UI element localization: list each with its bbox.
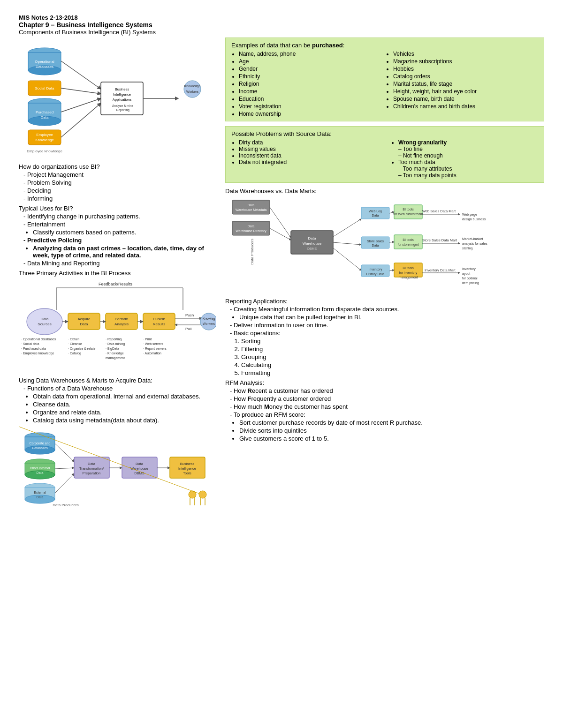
bi-use-item-1: Project Management	[23, 171, 216, 178]
svg-text:· BigData: · BigData	[106, 347, 119, 351]
svg-text:DBMS: DBMS	[134, 471, 145, 475]
dw-fn-4: Catalog data using metadata(data about d…	[33, 417, 216, 424]
svg-text:BI tools: BI tools	[403, 208, 414, 211]
pd-4: Ethnicity	[239, 73, 384, 80]
svg-text:Data: Data	[41, 115, 49, 120]
source-problems-col2-list2: Too much data	[391, 159, 538, 165]
pd-16: Spouse name, birth date	[393, 96, 538, 102]
typical-uses-title: Typical Uses for BI?	[19, 205, 216, 212]
svg-text:Operational: Operational	[35, 60, 54, 64]
svg-text:Pull: Pull	[185, 327, 192, 331]
svg-point-34	[27, 308, 62, 335]
policing-sub-1: Analyzing data on past crimes – location…	[33, 245, 216, 259]
svg-text:Data Producers: Data Producers	[250, 239, 254, 265]
source-granularity-sub: – Too fine – Not fine enough	[391, 146, 538, 159]
svg-text:· Web servers: · Web servers	[143, 342, 164, 345]
svg-text:Business: Business	[180, 462, 195, 466]
typical-policing: Predictive Policing Analyzing data on pa…	[23, 237, 216, 259]
svg-text:Preparation: Preparation	[83, 471, 101, 475]
dw-diagram-svg: Corporate and Databases Other Internal D…	[19, 427, 216, 509]
svg-point-109	[199, 491, 206, 498]
dw-marts-title-section: Data Warehouses vs. Data Marts:	[225, 188, 544, 195]
sp-7: – Not fine enough	[398, 152, 538, 159]
pd-10: Vehicles	[393, 51, 538, 57]
three-activities-title: Three Primary Activities in the BI Proce…	[19, 270, 216, 277]
svg-text:Social Data: Social Data	[35, 86, 54, 90]
process-diagram-svg: Feedback/Results Data Sources Acquire Da…	[19, 279, 216, 373]
pd-5: Religion	[239, 81, 384, 87]
svg-line-126	[333, 242, 361, 245]
reporting-apps-section: Reporting Applications: Creating Meaning…	[225, 298, 544, 376]
pd-9: Home ownership	[239, 111, 384, 117]
svg-text:Workers: Workers	[186, 90, 198, 93]
svg-text:Data: Data	[372, 214, 379, 217]
svg-point-53	[200, 313, 216, 330]
dw-sub-title: Functions of a Data Warehouse Obtain dat…	[23, 385, 216, 424]
svg-line-18	[61, 103, 101, 137]
ra-sub-list: Unique data that can be pulled together …	[230, 314, 544, 321]
pd-17: Children's names and birth dates	[393, 103, 538, 110]
rfm-sub-2: Divide sorts into quintiles	[239, 427, 544, 434]
reporting-apps-title: Reporting Applications:	[225, 298, 544, 305]
svg-text:Feedback/Results: Feedback/Results	[99, 282, 133, 286]
svg-text:Databases: Databases	[36, 65, 53, 69]
svg-rect-120	[232, 221, 270, 235]
sp-3: Inconsistent data	[239, 152, 386, 159]
svg-text:Data: Data	[248, 225, 255, 228]
dw-mart-svg: Data Warehouse DBMS Data Warehouse Metad…	[225, 195, 488, 292]
svg-text:for store mgmt: for store mgmt	[397, 243, 418, 247]
source-problems-col2-list: Wrong granularity	[391, 139, 538, 146]
svg-line-158	[389, 270, 394, 271]
pd-3: Gender	[239, 66, 384, 72]
svg-line-145	[389, 242, 394, 242]
bi-process-diagram: Feedback/Results Data Sources Acquire Da…	[19, 279, 216, 373]
ra-1: Creating Meaningful information form dis…	[230, 306, 544, 321]
svg-line-125	[333, 219, 361, 237]
svg-text:· Social data: · Social data	[21, 342, 39, 345]
three-activities-section: Three Primary Activities in the BI Proce…	[19, 270, 216, 277]
svg-text:Warehouse: Warehouse	[130, 466, 148, 471]
sp-2: Missing values	[239, 146, 386, 152]
typical-sub-list: Classify customers based on patterns.	[23, 229, 216, 236]
svg-line-90	[55, 473, 74, 493]
pd-13: Catalog orders	[393, 73, 538, 80]
bi-use-item-4: Informing	[23, 195, 216, 202]
dw-mart-diagram: Data Warehouse DBMS Data Warehouse Metad…	[225, 195, 544, 294]
op-5: Formatting	[241, 369, 544, 376]
bi-use-item-2: Problem Solving	[23, 179, 216, 186]
sp-9: – Too many attributes	[398, 165, 538, 172]
svg-rect-142	[394, 235, 422, 249]
svg-rect-154	[394, 263, 422, 277]
svg-text:Tools: Tools	[183, 471, 191, 475]
typical-uses-list: Identifying change in purchasing pattern…	[19, 213, 216, 267]
svg-text:External: External	[34, 491, 46, 494]
svg-text:Web Log: Web Log	[369, 210, 382, 213]
svg-text:Purchased: Purchased	[36, 110, 53, 114]
svg-text:design business: design business	[462, 218, 486, 221]
svg-text:Store Sales Data Mart: Store Sales Data Mart	[422, 238, 457, 242]
svg-text:Inventory Data Mart: Inventory Data Mart	[425, 268, 456, 272]
svg-text:Push: Push	[185, 313, 194, 317]
svg-text:· Print: · Print	[143, 338, 152, 341]
svg-text:Databases: Databases	[32, 446, 48, 450]
operations-list: Sorting Filtering Grouping Calculating F…	[230, 338, 544, 376]
components-title: Components of Business Intelligence (BI)…	[19, 29, 544, 36]
svg-text:Intelligence: Intelligence	[113, 92, 131, 97]
dw-marts-heading: Data Warehouses vs. Data Marts:	[225, 188, 544, 195]
svg-text:analysis for sales: analysis for sales	[462, 242, 487, 246]
svg-text:Web Sales Data Mart: Web Sales Data Mart	[422, 209, 456, 213]
purchasable-data-box: Examples of data that can be purchased: …	[225, 38, 544, 121]
svg-line-123	[270, 207, 291, 238]
pd-6: Income	[239, 88, 384, 95]
svg-text:Corporate and: Corporate and	[30, 442, 51, 445]
svg-text:History Data: History Data	[366, 272, 385, 276]
svg-text:· Report servers: · Report servers	[143, 347, 167, 351]
svg-text:ayout: ayout	[462, 272, 470, 276]
svg-rect-117	[232, 200, 270, 214]
svg-text:Knowledge: Knowledge	[35, 138, 54, 142]
svg-text:Sources: Sources	[38, 322, 51, 326]
sp-1: Dirty data	[239, 139, 386, 146]
svg-text:Knowledge: Knowledge	[184, 84, 201, 88]
svg-line-16	[61, 88, 101, 94]
dw-functions-list: Obtain data from operational, internal a…	[23, 393, 216, 424]
